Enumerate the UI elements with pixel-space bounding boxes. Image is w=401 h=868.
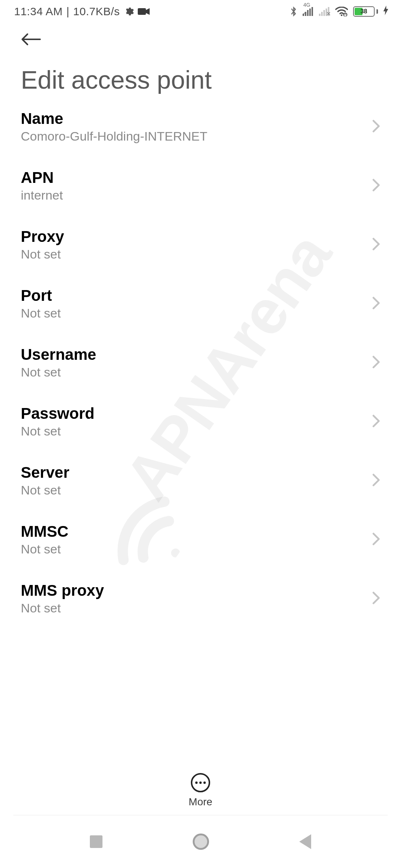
setting-value: Comoro-Gulf-Holding-INTERNET bbox=[21, 129, 208, 144]
setting-item-name[interactable]: Name Comoro-Gulf-Holding-INTERNET bbox=[21, 97, 380, 156]
setting-label: MMS proxy bbox=[21, 582, 104, 599]
setting-value: internet bbox=[21, 188, 63, 203]
chevron-right-icon bbox=[372, 414, 380, 429]
setting-item-apn[interactable]: APN internet bbox=[21, 156, 380, 215]
svg-point-11 bbox=[341, 14, 343, 16]
setting-item-mms-proxy[interactable]: MMS proxy Not set bbox=[21, 569, 380, 623]
more-button[interactable]: More bbox=[0, 769, 401, 808]
svg-rect-5 bbox=[312, 7, 313, 16]
battery-indicator: 38 bbox=[353, 6, 378, 17]
svg-rect-8 bbox=[323, 10, 325, 16]
wifi-icon bbox=[335, 7, 348, 16]
chevron-right-icon bbox=[372, 119, 380, 134]
svg-point-12 bbox=[343, 13, 347, 16]
setting-value: Not set bbox=[21, 306, 61, 320]
nav-back-button[interactable] bbox=[299, 834, 311, 849]
more-label: More bbox=[189, 796, 212, 808]
setting-item-server[interactable]: Server Not set bbox=[21, 451, 380, 510]
more-icon bbox=[191, 773, 210, 792]
svg-rect-7 bbox=[321, 12, 323, 16]
setting-label: Password bbox=[21, 405, 94, 423]
svg-point-14 bbox=[199, 782, 202, 784]
page-title: Edit access point bbox=[21, 65, 380, 94]
setting-value: Not set bbox=[21, 365, 96, 379]
signal-4g-icon: 4G bbox=[303, 7, 314, 16]
setting-value: Not set bbox=[21, 424, 94, 438]
svg-rect-9 bbox=[326, 9, 327, 16]
setting-label: Port bbox=[21, 287, 61, 305]
chevron-right-icon bbox=[372, 237, 380, 252]
setting-item-port[interactable]: Port Not set bbox=[21, 274, 380, 333]
bluetooth-icon bbox=[290, 6, 297, 17]
setting-item-mmsc[interactable]: MMSC Not set bbox=[21, 510, 380, 569]
gear-icon bbox=[124, 6, 134, 17]
back-button[interactable] bbox=[21, 28, 43, 50]
setting-label: APN bbox=[21, 169, 63, 187]
nav-recent-button[interactable] bbox=[90, 835, 102, 848]
chevron-right-icon bbox=[372, 296, 380, 311]
setting-value: Not set bbox=[21, 542, 68, 556]
setting-item-proxy[interactable]: Proxy Not set bbox=[21, 215, 380, 274]
setting-value: Not set bbox=[21, 601, 104, 615]
setting-label: Name bbox=[21, 110, 208, 128]
svg-rect-0 bbox=[138, 8, 146, 15]
svg-rect-4 bbox=[309, 9, 311, 16]
signal-nosim-icon bbox=[319, 7, 330, 16]
chevron-right-icon bbox=[372, 591, 380, 606]
setting-item-username[interactable]: Username Not set bbox=[21, 333, 380, 392]
chevron-right-icon bbox=[372, 178, 380, 193]
setting-value: Not set bbox=[21, 247, 64, 262]
header: Edit access point bbox=[0, 26, 401, 94]
chevron-right-icon bbox=[372, 532, 380, 547]
status-sep: | bbox=[66, 5, 69, 18]
setting-label: MMSC bbox=[21, 523, 68, 540]
settings-list: Name Comoro-Gulf-Holding-INTERNET APN in… bbox=[0, 97, 401, 735]
svg-rect-6 bbox=[319, 14, 320, 16]
svg-rect-3 bbox=[307, 10, 309, 16]
svg-point-15 bbox=[203, 782, 206, 784]
video-camera-icon bbox=[138, 7, 150, 16]
arrow-left-icon bbox=[21, 33, 41, 46]
setting-item-password[interactable]: Password Not set bbox=[21, 392, 380, 451]
nav-home-button[interactable] bbox=[193, 834, 209, 850]
status-bar: 11:34 AM | 10.7KB/s 4G bbox=[0, 0, 401, 23]
chevron-right-icon bbox=[372, 473, 380, 488]
svg-point-13 bbox=[195, 782, 198, 784]
setting-value: Not set bbox=[21, 483, 69, 497]
setting-label: Server bbox=[21, 464, 69, 481]
setting-label: Proxy bbox=[21, 228, 64, 246]
status-time: 11:34 AM bbox=[14, 5, 63, 18]
setting-label: Username bbox=[21, 346, 96, 364]
android-nav-bar bbox=[0, 815, 401, 868]
chevron-right-icon bbox=[372, 355, 380, 370]
status-network-speed: 10.7KB/s bbox=[73, 5, 120, 18]
charging-icon bbox=[383, 6, 388, 17]
